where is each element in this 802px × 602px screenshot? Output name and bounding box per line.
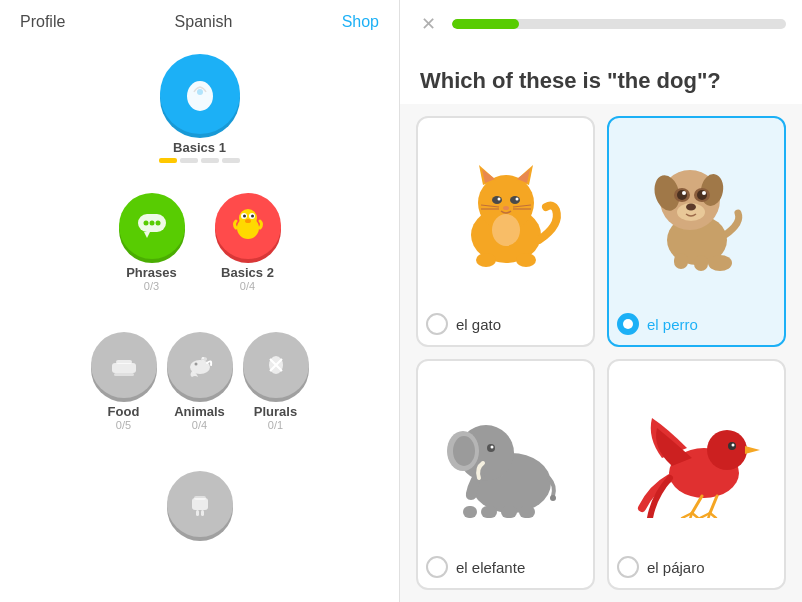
elephant-illustration (441, 378, 571, 518)
animals-progress: 0/4 (192, 419, 207, 431)
svg-point-1 (197, 89, 203, 95)
plurals-circle (243, 332, 309, 398)
svg-rect-57 (674, 253, 688, 269)
bird-image-area (617, 373, 776, 523)
xp-seg-3 (201, 158, 219, 163)
svg-point-45 (708, 255, 732, 271)
basics1-label: Basics 1 (173, 140, 226, 155)
scissors-icon (260, 349, 292, 381)
svg-line-78 (710, 496, 717, 513)
svg-rect-65 (481, 506, 497, 518)
svg-rect-15 (116, 360, 132, 364)
svg-line-81 (710, 513, 716, 518)
basics2-label: Basics 2 (221, 265, 274, 280)
svg-rect-67 (519, 506, 535, 518)
left-panel: Profile Spanish Shop Basics 1 (0, 0, 400, 602)
shop-link[interactable]: Shop (342, 13, 379, 31)
svg-point-56 (686, 204, 696, 211)
food-icon (108, 349, 140, 381)
skill-tree: Basics 1 (0, 44, 399, 563)
svg-point-18 (194, 363, 197, 366)
xp-seg-4 (222, 158, 240, 163)
skill-phrases[interactable]: Phrases 0/3 (119, 193, 185, 292)
xp-seg-1 (159, 158, 177, 163)
skill-animals[interactable]: Animals 0/4 (167, 332, 233, 431)
cat-image-area (426, 130, 585, 280)
profile-link[interactable]: Profile (20, 13, 65, 31)
elephant-radio[interactable] (426, 556, 448, 578)
svg-rect-14 (112, 363, 136, 373)
dog-answer-text: el perro (647, 316, 698, 333)
dog-radio-inner (623, 319, 633, 329)
svg-rect-23 (196, 510, 199, 516)
svg-rect-25 (194, 496, 206, 500)
dog-illustration (632, 135, 762, 275)
phrases-label: Phrases (126, 265, 177, 280)
svg-point-12 (251, 215, 254, 218)
row4 (0, 471, 399, 543)
elephant-image-area (426, 373, 585, 523)
svg-point-4 (149, 221, 154, 226)
dog-answer-bottom: el perro (617, 313, 776, 335)
food-progress: 0/5 (116, 419, 131, 431)
basics1-circle (160, 54, 240, 134)
answer-bird[interactable]: el pájaro (607, 359, 786, 590)
row2: Phrases 0/3 B (0, 193, 399, 292)
left-header: Profile Spanish Shop (0, 0, 399, 44)
answer-elephant[interactable]: el elefante (416, 359, 595, 590)
svg-point-32 (492, 196, 502, 204)
svg-point-0 (187, 81, 213, 111)
quiz-question: Which of these is "the dog"? (400, 48, 802, 104)
svg-rect-66 (501, 506, 517, 518)
plurals-label: Plurals (254, 404, 297, 419)
answer-cat[interactable]: el gato (416, 116, 595, 347)
animals-label: Animals (174, 404, 225, 419)
basics2-circle (215, 193, 281, 259)
chick-icon (228, 206, 268, 246)
svg-point-36 (503, 206, 509, 210)
chat-icon (132, 206, 172, 246)
dog-image-area (617, 130, 776, 280)
skill-more[interactable] (167, 471, 233, 543)
svg-point-62 (453, 436, 475, 466)
elephant-answer-text: el elefante (456, 559, 525, 576)
bird-radio[interactable] (617, 556, 639, 578)
plurals-progress: 0/1 (268, 419, 283, 431)
elephant-answer-bottom: el elefante (426, 556, 585, 578)
skill-plurals[interactable]: Plurals 0/1 (243, 332, 309, 431)
svg-point-64 (490, 446, 493, 449)
svg-point-71 (707, 430, 747, 470)
skill-food[interactable]: Food 0/5 (91, 332, 157, 431)
cat-radio[interactable] (426, 313, 448, 335)
close-button[interactable]: ✕ (416, 12, 440, 36)
svg-point-33 (510, 196, 520, 204)
svg-point-35 (515, 198, 518, 201)
svg-point-11 (243, 215, 246, 218)
svg-point-8 (239, 209, 257, 227)
svg-rect-58 (694, 255, 708, 271)
quiz-header: ✕ (400, 0, 802, 48)
bird-illustration (632, 378, 762, 518)
skill-basics2[interactable]: Basics 2 0/4 (215, 193, 281, 292)
svg-point-53 (682, 191, 686, 195)
svg-rect-68 (463, 506, 477, 518)
svg-marker-6 (144, 232, 150, 238)
animals-circle (167, 332, 233, 398)
svg-rect-24 (201, 510, 204, 516)
svg-point-54 (702, 191, 706, 195)
answer-dog[interactable]: el perro (607, 116, 786, 347)
phrases-progress: 0/3 (144, 280, 159, 292)
svg-point-52 (697, 190, 707, 200)
skill-basics1[interactable]: Basics 1 (159, 54, 240, 163)
whale-icon (184, 349, 216, 381)
dog-radio[interactable] (617, 313, 639, 335)
svg-point-5 (155, 221, 160, 226)
food-circle (91, 332, 157, 398)
food-label: Food (108, 404, 140, 419)
answer-grid: el gato (400, 104, 802, 602)
bird-answer-bottom: el pájaro (617, 556, 776, 578)
svg-point-34 (497, 198, 500, 201)
svg-point-51 (677, 190, 687, 200)
svg-point-73 (731, 444, 734, 447)
svg-line-77 (692, 513, 698, 518)
